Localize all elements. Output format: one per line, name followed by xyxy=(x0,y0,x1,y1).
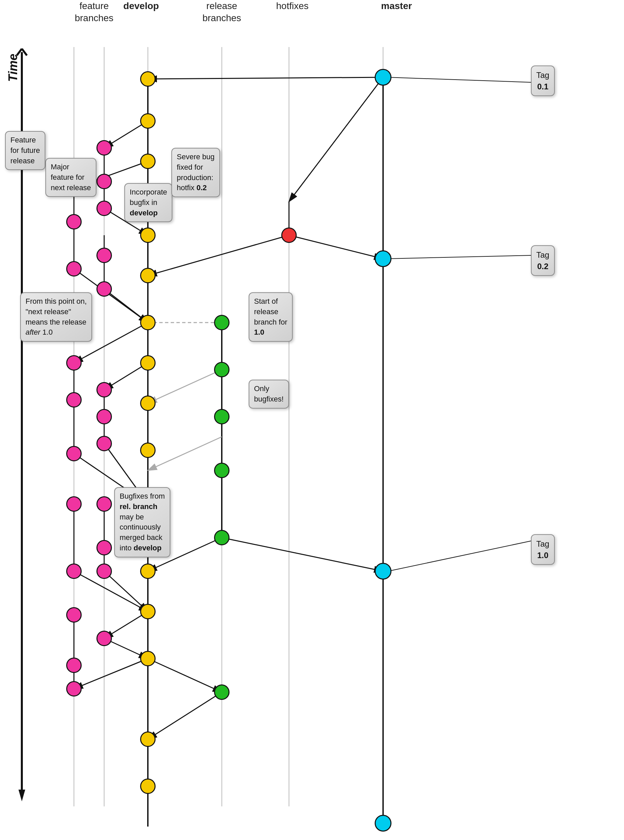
develop-node-2 xyxy=(140,113,156,129)
callout-severe-bug: Severe bugfixed forproduction:hotfix 0.2 xyxy=(171,148,220,197)
release-node-5 xyxy=(214,530,230,545)
develop-node-12 xyxy=(140,564,156,579)
release-node-1 xyxy=(214,315,230,330)
svg-line-47 xyxy=(148,77,383,79)
master-node-3 xyxy=(375,563,391,580)
feature1-node-2 xyxy=(66,214,82,230)
hotfix-node-1 xyxy=(281,227,297,243)
develop-node-7 xyxy=(140,315,156,330)
develop-node-1 xyxy=(140,71,156,87)
callout-feature-future: Featurefor futurerelease xyxy=(5,131,45,170)
feature2-node-8 xyxy=(96,436,112,451)
svg-marker-9 xyxy=(19,790,25,801)
diagram-svg xyxy=(0,0,624,840)
develop-node-13 xyxy=(140,604,156,619)
feature1-node-6 xyxy=(66,446,82,461)
feature2-node-7 xyxy=(96,409,112,425)
svg-line-52 xyxy=(388,541,531,571)
svg-line-45 xyxy=(148,235,289,275)
svg-line-22 xyxy=(74,659,148,689)
release-node-3 xyxy=(214,409,230,425)
feature2-node-9 xyxy=(96,496,112,512)
feature2-node-3 xyxy=(96,201,112,216)
svg-line-41 xyxy=(148,659,222,692)
svg-line-46 xyxy=(289,235,383,259)
diagram-container: featurebranches develop releasebranches … xyxy=(0,0,624,840)
develop-node-15 xyxy=(140,732,156,747)
feature2-node-1 xyxy=(96,140,112,156)
develop-node-14 xyxy=(140,651,156,666)
master-node-4 xyxy=(375,815,391,832)
callout-start-release-branch: Start ofreleasebranch for1.0 xyxy=(249,292,293,342)
develop-node-6 xyxy=(140,268,156,283)
feature1-node-8 xyxy=(66,564,82,579)
feature1-node-3 xyxy=(66,261,82,276)
svg-line-51 xyxy=(388,255,531,259)
feature1-node-10 xyxy=(66,658,82,673)
feature2-node-6 xyxy=(96,382,112,397)
develop-node-5 xyxy=(140,227,156,243)
develop-node-3 xyxy=(140,154,156,169)
release-node-2 xyxy=(214,362,230,377)
release-node-4 xyxy=(214,463,230,478)
feature1-node-9 xyxy=(66,607,82,622)
release-node-6 xyxy=(214,684,230,700)
svg-line-50 xyxy=(388,77,531,82)
callout-tag-01: Tag0.1 xyxy=(531,65,555,96)
develop-node-16 xyxy=(140,778,156,794)
feature2-node-10 xyxy=(96,540,112,556)
feature2-node-4 xyxy=(96,248,112,263)
callout-incorporate-bugfix: Incorporatebugfix indevelop xyxy=(124,183,172,222)
callout-from-this-point: From this point on,"next release"means t… xyxy=(20,292,92,342)
feature1-node-4 xyxy=(66,355,82,371)
svg-line-42 xyxy=(148,692,222,739)
feature2-node-5 xyxy=(96,281,112,297)
svg-line-37 xyxy=(148,370,222,403)
feature2-node-12 xyxy=(96,631,112,646)
feature1-node-11 xyxy=(66,681,82,696)
feature1-node-5 xyxy=(66,392,82,408)
callout-only-bugfixes: Onlybugfixes! xyxy=(249,380,289,409)
callout-bugfixes-rel-branch: Bugfixes fromrel. branchmay becontinuous… xyxy=(114,487,170,557)
svg-line-38 xyxy=(148,437,222,470)
master-node-2 xyxy=(375,250,391,267)
feature2-node-11 xyxy=(96,564,112,579)
feature2-node-2 xyxy=(96,174,112,189)
svg-line-27 xyxy=(104,289,148,323)
svg-line-39 xyxy=(222,537,383,571)
callout-tag-10: Tag1.0 xyxy=(531,534,555,565)
develop-node-8 xyxy=(140,355,156,371)
svg-line-43 xyxy=(289,77,383,202)
master-node-1 xyxy=(375,69,391,86)
feature1-node-7 xyxy=(66,496,82,512)
develop-node-9 xyxy=(140,395,156,411)
develop-node-10 xyxy=(140,443,156,458)
callout-major-feature: Majorfeature fornext release xyxy=(45,158,96,197)
callout-tag-02: Tag0.2 xyxy=(531,245,555,276)
